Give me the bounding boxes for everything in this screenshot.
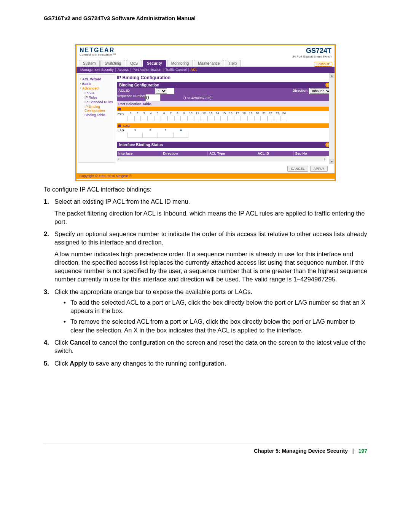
port-num: 17 [234,112,241,115]
main-tabs: System Switching QoS Security Monitoring… [76,59,335,67]
port-selection-title: Port Selection Table [117,101,332,107]
subnav-portauth[interactable]: Port Authentication [132,68,161,72]
v-scrollbar[interactable]: ▴▾ [329,73,334,164]
port-checkbox[interactable] [181,116,188,121]
port-checkbox[interactable] [148,116,155,121]
port-checkbox[interactable] [134,116,141,121]
port-checkbox[interactable] [167,116,174,121]
subnav-mgmt[interactable]: Management Security [80,68,114,72]
port-checkbox[interactable] [281,116,288,121]
lag-num: 2 [143,128,158,132]
tab-maintenance[interactable]: Maintenance [194,60,224,67]
lag-checkbox[interactable] [143,133,158,138]
tab-security[interactable]: Security [143,60,166,67]
acl-id-label: ACL ID [117,88,155,94]
step-1: Select an existing IP ACL from the ACL I… [54,198,190,205]
sidebar-ip-binding-cfg[interactable]: IP Binding Configuration [80,104,113,113]
copyright: Copyright © 1996-2010 Netgear ® [76,173,335,179]
seq-label: Sequence Number [117,94,145,101]
port-checkbox[interactable] [161,116,168,121]
col-acl-id: ACL ID [256,151,293,156]
port-checkbox[interactable] [188,116,194,121]
col-acl-type: ACL Type [207,151,256,156]
sidebar-ip-ext-rules[interactable]: IP Extended Rules [80,100,113,104]
port-num: 10 [188,112,194,115]
port-checkbox[interactable] [261,116,268,121]
port-num: 15 [221,112,228,115]
h-scrollbar[interactable]: <> [117,156,327,161]
cancel-button[interactable]: CANCEL [287,166,308,172]
seq-input[interactable] [145,94,161,101]
port-checkbox[interactable] [154,116,161,121]
port-num: 1 [127,112,134,115]
collapse-toggle-icon[interactable] [118,108,121,110]
collapse-toggle-icon[interactable] [118,125,121,127]
port-checkbox[interactable] [141,116,148,121]
port-num: 13 [207,112,214,115]
binding-cfg-header: Binding Configuration [119,83,159,87]
port-checkbox[interactable] [214,116,221,121]
tab-monitoring[interactable]: Monitoring [167,60,193,67]
subnav-access[interactable]: Access [118,68,129,72]
sidebar-advanced[interactable]: Advanced [80,86,113,91]
port-checkbox[interactable] [268,116,274,121]
sidebar-binding-table[interactable]: Binding Table [80,113,113,117]
lag-checkbox[interactable] [127,133,143,138]
step-1-detail: The packet filtering direction for ACL i… [54,209,367,226]
col-seq-no: Seq No [293,151,332,156]
subnav: Management Security| Access| Port Authen… [76,67,335,73]
step-3: Click the appropriate orange bar to expo… [54,288,252,295]
sidebar-basic[interactable]: Basic [80,81,113,86]
port-num: 11 [194,112,201,115]
page-footer: Chapter 5: Managing Device Security | 19… [44,444,367,454]
lag-num: 3 [158,128,173,132]
port-num: 12 [201,112,208,115]
port-checkbox[interactable] [234,116,241,121]
port-checkbox[interactable] [274,116,281,121]
tab-qos[interactable]: QoS [126,60,142,67]
port-checkbox[interactable] [127,116,134,121]
port-checkbox[interactable] [201,116,208,121]
pane-title: IP Binding Configuration [117,75,332,80]
model-name: GS724T [292,47,331,55]
subnav-traffic[interactable]: Traffic Control [165,68,186,72]
port-checkbox[interactable] [241,116,248,121]
tab-system[interactable]: System [79,60,100,67]
lag-num: 4 [173,128,188,132]
direction-select[interactable]: Inbound [310,88,331,94]
subnav-acl[interactable]: ACL [191,68,198,72]
port-num: 18 [241,112,248,115]
port-checkbox[interactable] [254,116,261,121]
port-num: 22 [268,112,274,115]
logout-button[interactable]: LOGOUT [314,62,332,67]
port-checkbox[interactable] [247,116,254,121]
port-num: 21 [261,112,268,115]
lag-orange-bar[interactable]: LAG [117,123,332,128]
tab-switching[interactable]: Switching [100,60,125,67]
sidebar-ip-acl[interactable]: IP ACL [80,91,113,95]
port-num: 14 [214,112,221,115]
port-checkbox[interactable] [194,116,201,121]
apply-button[interactable]: APPLY [310,166,328,172]
lag-checkbox[interactable] [158,133,173,138]
lag-checkbox[interactable] [173,133,188,138]
port-checkbox[interactable] [174,116,181,121]
port-num: 24 [281,112,288,115]
intro-text: To configure IP ACL interface bindings: [44,185,367,193]
port-orange-bar[interactable] [117,107,332,111]
sidebar-ip-rules[interactable]: IP Rules [80,95,113,100]
acl-id-select[interactable]: 1 [156,88,167,94]
tab-help[interactable]: Help [225,60,241,67]
footer-page-number: 197 [358,448,367,454]
port-checkbox[interactable] [228,116,234,121]
step-2-detail: A low number indicates high precedence o… [54,250,367,284]
col-interface: Interface [117,151,161,156]
port-num: 5 [154,112,161,115]
port-checkbox[interactable] [221,116,228,121]
seq-range: (1 to 4294967295) [183,96,212,100]
lag-row-label: LAG [118,128,127,132]
port-checkbox[interactable] [207,116,214,121]
port-num: 23 [274,112,281,115]
port-num: 2 [134,112,141,115]
sidebar-acl-wizard[interactable]: ACL Wizard [80,77,113,81]
